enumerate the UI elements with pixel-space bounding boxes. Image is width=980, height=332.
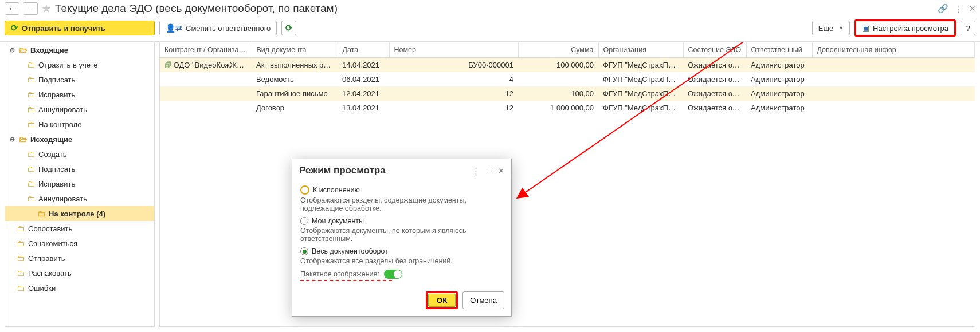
tree-item[interactable]: 🗀Отразить в учете xyxy=(5,57,154,72)
more-menu-icon[interactable]: ⋯ xyxy=(954,4,965,13)
refresh-button[interactable]: ⟳ xyxy=(281,21,296,35)
tree-node-incoming[interactable]: ⊖ 🗁 Входящие xyxy=(5,42,154,57)
folder-icon: 🗀 xyxy=(27,120,35,129)
cell xyxy=(812,72,975,86)
refresh-icon: ⟳ xyxy=(11,23,18,33)
page-title: Текущие дела ЭДО (весь документооборот, … xyxy=(55,2,338,15)
cell: ФГУП "МедСтрахПро... xyxy=(598,58,683,73)
table-row[interactable]: Гарантийное письмо 12.04.2021 12 100,00 … xyxy=(160,86,975,101)
nav-back-button[interactable]: ← xyxy=(5,2,19,15)
tree-label: Распаковать xyxy=(28,269,72,278)
tree-label: Ошибки xyxy=(28,284,56,293)
cell: ОДО "ВидеоКожЖил... xyxy=(174,61,252,69)
folder-icon: 🗀 xyxy=(17,224,25,233)
cell: 14.04.2021 xyxy=(338,58,389,73)
radio-label: К исполнению xyxy=(313,186,360,194)
more-button[interactable]: Еще ▼ xyxy=(812,21,850,35)
titlebar: ← → ★ Текущие дела ЭДО (весь документооб… xyxy=(0,0,980,19)
cell: Акт выполненных работ xyxy=(252,58,338,73)
tree-label: Подписать xyxy=(38,165,75,173)
collapse-icon[interactable]: ⊖ xyxy=(9,46,15,54)
tree-item[interactable]: 🗀Аннулировать xyxy=(5,102,154,117)
send-receive-button[interactable]: ⟳ Отправить и получить xyxy=(5,21,155,35)
table-row[interactable]: Договор 13.04.2021 12 1 000 000,00 ФГУП … xyxy=(160,101,975,115)
cell: Администратор xyxy=(746,58,812,73)
cell: Ожидается отв... xyxy=(683,72,746,86)
tree-item[interactable]: 🗀Подписать xyxy=(5,161,154,176)
tree-item[interactable]: 🗀Исправить xyxy=(5,87,154,102)
dialog-cancel-button[interactable]: Отмена xyxy=(462,291,504,309)
col-doctype[interactable]: Вид документа xyxy=(252,42,338,58)
radio-desc: Отображаются документы, по которым я явл… xyxy=(300,227,503,243)
cell xyxy=(812,58,975,73)
dialog-close-icon[interactable]: ✕ xyxy=(498,167,504,175)
radio-option-all[interactable]: Весь документооборот xyxy=(300,247,503,255)
col-responsible[interactable]: Ответственный xyxy=(746,42,812,58)
tree-label: На контроле xyxy=(38,120,81,129)
tree-label: На контроле (4) xyxy=(49,210,105,218)
radio-desc: Отображаются все разделы без ограничений… xyxy=(300,257,503,265)
radio-option-mine[interactable]: Мои документы xyxy=(300,217,503,225)
col-date[interactable]: Дата xyxy=(338,42,389,58)
refresh-icon: ⟳ xyxy=(285,23,293,33)
view-settings-button[interactable]: ▣ Настройка просмотра xyxy=(854,19,956,37)
table-row[interactable]: Ведомость 06.04.2021 4 ФГУП "МедСтрахПро… xyxy=(160,72,975,86)
cell: 12.04.2021 xyxy=(338,86,389,101)
batch-toggle[interactable] xyxy=(384,270,402,279)
tree-item[interactable]: 🗀Сопоставить xyxy=(5,221,154,236)
dialog-more-icon[interactable]: ⋮ xyxy=(472,167,480,175)
cell xyxy=(812,86,975,101)
dialog-ok-button[interactable]: ОК xyxy=(428,294,456,307)
assignee-icon: 👤⇄ xyxy=(166,23,182,33)
link-icon[interactable]: 🔗 xyxy=(938,3,948,14)
tree-item[interactable]: 🗀Исправить xyxy=(5,176,154,191)
nav-forward-button[interactable]: → xyxy=(23,2,38,15)
window-close-icon[interactable]: × xyxy=(969,3,975,15)
folder-icon: 🗀 xyxy=(37,209,45,218)
col-state[interactable]: Состояние ЭДО xyxy=(683,42,746,58)
folder-icon: 🗀 xyxy=(27,164,35,173)
tree-label: Исправить xyxy=(38,90,75,99)
cell: Ожидается отв... xyxy=(683,86,746,101)
tree-item-selected[interactable]: 🗀На контроле (4) xyxy=(5,206,154,221)
cell: Администратор xyxy=(746,72,812,86)
table-body: 🗐 ОДО "ВидеоКожЖил... Акт выполненных ра… xyxy=(160,58,975,116)
table-header-row: Контрагент / Организация Вид документа Д… xyxy=(160,42,975,58)
change-assignee-button[interactable]: 👤⇄ Сменить ответственного xyxy=(159,21,277,35)
cell: ФГУП "МедСтрахПро... xyxy=(598,86,683,101)
radio-option-pending[interactable]: К исполнению xyxy=(300,185,503,195)
tree-label: Создать xyxy=(38,150,66,159)
col-contragent[interactable]: Контрагент / Организация xyxy=(160,42,252,58)
tree-item[interactable]: 🗀Создать xyxy=(5,147,154,161)
col-org[interactable]: Организация xyxy=(598,42,683,58)
package-icon: 🗐 xyxy=(164,61,171,69)
annotation-underline xyxy=(300,280,392,281)
table-row[interactable]: 🗐 ОДО "ВидеоКожЖил... Акт выполненных ра… xyxy=(160,58,975,73)
tree-item[interactable]: 🗀Распаковать xyxy=(5,266,154,280)
col-addinfo[interactable]: Дополнительная инфор xyxy=(812,42,975,58)
cell: 100 000,00 xyxy=(518,58,598,73)
tree-label: Исправить xyxy=(38,180,75,188)
col-sum[interactable]: Сумма xyxy=(518,42,598,58)
tree-item[interactable]: 🗀Ознакомиться xyxy=(5,236,154,251)
tree-item[interactable]: 🗀Отправить xyxy=(5,251,154,266)
cell: Ожидается отв... xyxy=(683,101,746,115)
main-area: ⊖ 🗁 Входящие 🗀Отразить в учете 🗀Подписат… xyxy=(0,41,980,327)
collapse-icon[interactable]: ⊖ xyxy=(9,136,15,143)
tree-item[interactable]: 🗀Ошибки xyxy=(5,280,154,295)
folder-icon: 🗀 xyxy=(17,239,25,248)
help-button[interactable]: ? xyxy=(961,21,975,35)
cell: 06.04.2021 xyxy=(338,72,389,86)
cell: 1 000 000,00 xyxy=(518,101,598,115)
tree-node-outgoing[interactable]: ⊖ 🗁 Исходящие xyxy=(5,132,154,147)
tree-item[interactable]: 🗀Аннулировать xyxy=(5,191,154,206)
favorite-star-icon[interactable]: ★ xyxy=(41,3,52,14)
tree-item[interactable]: 🗀Подписать xyxy=(5,72,154,87)
tree-label: Аннулировать xyxy=(38,105,87,114)
cell: 12 xyxy=(389,86,518,101)
tree-item[interactable]: 🗀На контроле xyxy=(5,117,154,132)
tree-label: Отразить в учете xyxy=(38,61,98,69)
col-number[interactable]: Номер xyxy=(389,42,518,58)
dialog-maximize-icon[interactable]: □ xyxy=(487,167,491,175)
data-grid: Контрагент / Организация Вид документа Д… xyxy=(159,42,975,327)
